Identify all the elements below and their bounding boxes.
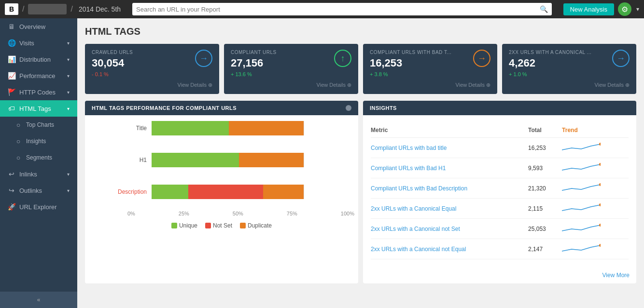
insights-trend bbox=[562, 199, 629, 219]
insights-metric[interactable]: Compliant URLs with bad title bbox=[371, 138, 528, 158]
sidebar-label-visits: Visits bbox=[19, 40, 34, 47]
sidebar-item-html-tags[interactable]: 🏷 HTML Tags ▾ bbox=[0, 100, 77, 117]
trend-sparkline bbox=[562, 242, 601, 254]
stat-card-icon-crawled-urls: → bbox=[195, 50, 212, 67]
sidebar-item-distribution[interactable]: 📊 Distribution ▾ bbox=[0, 51, 77, 67]
insights-metric[interactable]: 2xx URLs with a Canonical Equal bbox=[371, 199, 528, 219]
stat-card-crawled-urls: CRAWLED URLS 30,054 - 0.1 % → View Detai… bbox=[85, 44, 219, 94]
insights-row: Compliant URLs with Bad Description21,32… bbox=[371, 178, 629, 199]
sidebar-label-url-explorer: URL Explorer bbox=[19, 203, 57, 211]
sidebar-item-http-codes[interactable]: 🚩 HTTP Codes ▾ bbox=[0, 84, 77, 100]
sidebar-item-performance[interactable]: 📈 Performance ▾ bbox=[0, 67, 77, 84]
chart-panel-dot[interactable] bbox=[346, 105, 351, 111]
insights-panel-body: MetricTotalTrend Compliant URLs with bad… bbox=[363, 115, 636, 267]
svg-point-0 bbox=[599, 143, 601, 146]
gear-icon[interactable]: ⚙ bbox=[618, 2, 631, 16]
stat-card-view-crawled-urls[interactable]: View Details ⊕ bbox=[92, 82, 212, 88]
insights-metric[interactable]: 2xx URLs with a Canonical not Set bbox=[371, 219, 528, 239]
sidebar-label-overview: Overview bbox=[19, 23, 45, 30]
distribution-icon: 📊 bbox=[8, 55, 15, 63]
search-input[interactable] bbox=[136, 6, 540, 13]
header-search-bar[interactable]: 🔍 bbox=[132, 3, 552, 15]
legend-item-unique: Unique bbox=[171, 222, 197, 229]
stat-card-change-2xx-canonical: + 1.0 % bbox=[509, 71, 630, 77]
header-date: 2014 Dec. 5th bbox=[79, 5, 121, 13]
insights-total: 9,593 bbox=[528, 158, 562, 178]
chart-segment-orange bbox=[263, 185, 304, 199]
trend-sparkline bbox=[562, 182, 601, 193]
header-project[interactable] bbox=[28, 4, 67, 14]
trend-sparkline bbox=[562, 222, 601, 234]
insights-total: 16,253 bbox=[528, 138, 562, 158]
legend-item-not-set: Not Set bbox=[205, 222, 232, 229]
chart-panel-title: HTML TAGS PERFORMANCE FOR COMPLIANT URLS bbox=[92, 105, 237, 111]
sidebar-item-inlinks[interactable]: ↩ Inlinks ▾ bbox=[0, 166, 77, 182]
chart-segment-green bbox=[152, 153, 239, 167]
insights-metric[interactable]: Compliant URLs with Bad Description bbox=[371, 178, 528, 199]
stat-cards: CRAWLED URLS 30,054 - 0.1 % → View Detai… bbox=[85, 44, 636, 94]
sidebar-collapse-button[interactable]: « bbox=[0, 292, 77, 308]
axis-label: 100% bbox=[341, 211, 354, 216]
svg-point-3 bbox=[599, 203, 601, 206]
chart-segment-orange bbox=[239, 153, 304, 167]
chart-label-h1: H1 bbox=[118, 157, 152, 163]
insights-col-total: Total bbox=[528, 123, 562, 138]
stat-card-2xx-canonical: 2XX URLS WITH A CANONICAL ... 4,262 + 1.… bbox=[502, 44, 636, 94]
insights-row: 2xx URLs with a Canonical not Equal2,147 bbox=[371, 239, 629, 259]
inlinks-icon: ↩ bbox=[8, 170, 15, 178]
chart-row-description: Description bbox=[118, 185, 354, 199]
insights-row: 2xx URLs with a Canonical not Set25,053 bbox=[371, 219, 629, 239]
stat-card-view-2xx-canonical[interactable]: View Details ⊕ bbox=[509, 82, 630, 88]
search-icon[interactable]: 🔍 bbox=[540, 5, 548, 13]
sidebar-item-overview[interactable]: 🖥 Overview bbox=[0, 18, 77, 35]
arrow-icon: ▾ bbox=[67, 73, 70, 79]
insights-metric[interactable]: 2xx URLs with a Canonical not Equal bbox=[371, 239, 528, 259]
header-dropdown-icon[interactable]: ▾ bbox=[636, 6, 639, 13]
chart-row-h1: H1 bbox=[118, 153, 354, 167]
svg-point-5 bbox=[599, 244, 601, 247]
stat-card-value-crawled-urls: 30,054 bbox=[92, 57, 212, 69]
legend-label: Not Set bbox=[213, 222, 232, 229]
sidebar: 🖥 Overview 🌐 Visits ▾📊 Distribution ▾📈 P… bbox=[0, 18, 77, 308]
chart-axis: 0%25%50%75%100% bbox=[127, 211, 354, 216]
sidebar-item-visits[interactable]: 🌐 Visits ▾ bbox=[0, 35, 77, 51]
insights-trend bbox=[562, 158, 629, 178]
sidebar-label-performance: Performance bbox=[19, 72, 55, 80]
header-sep1: / bbox=[22, 5, 24, 13]
outlinks-icon: ↪ bbox=[8, 187, 15, 194]
stat-card-view-compliant-bad[interactable]: View Details ⊕ bbox=[370, 82, 490, 88]
insights-row: 2xx URLs with a Canonical Equal2,115 bbox=[371, 199, 629, 219]
sidebar-item-url-explorer[interactable]: 🚀 URL Explorer bbox=[0, 199, 77, 215]
url-explorer-icon: 🚀 bbox=[8, 203, 15, 211]
new-analysis-button[interactable]: New Analysis bbox=[563, 3, 614, 15]
main-content: HTML TAGS CRAWLED URLS 30,054 - 0.1 % → … bbox=[77, 18, 644, 308]
chart-track-title bbox=[152, 121, 354, 135]
axis-label: 25% bbox=[179, 211, 189, 216]
page-title: HTML TAGS bbox=[85, 26, 636, 37]
visits-icon: 🌐 bbox=[8, 39, 15, 47]
stat-card-view-compliant-urls[interactable]: View Details ⊕ bbox=[231, 82, 351, 88]
sidebar-item-top-charts[interactable]: ○ Top Charts bbox=[0, 117, 77, 133]
sidebar-item-segments[interactable]: ○ Segments bbox=[0, 149, 77, 166]
arrow-icon: ▾ bbox=[67, 40, 70, 46]
arrow-icon: ▾ bbox=[67, 57, 70, 62]
sidebar-label-insights: Insights bbox=[26, 138, 46, 145]
top-charts-icon: ○ bbox=[14, 121, 22, 129]
stat-card-label-compliant-urls: COMPLIANT URLS bbox=[231, 50, 351, 55]
http-codes-icon: 🚩 bbox=[8, 88, 15, 96]
insights-col-metric: Metric bbox=[371, 123, 528, 138]
svg-point-4 bbox=[599, 224, 601, 227]
sidebar-label-html-tags: HTML Tags bbox=[19, 105, 51, 112]
chart-bars: TitleH1Description bbox=[118, 121, 354, 207]
view-more-button[interactable]: View More bbox=[363, 267, 636, 283]
sidebar-item-insights[interactable]: ○ Insights bbox=[0, 133, 77, 149]
insights-metric[interactable]: Compliant URLs with Bad H1 bbox=[371, 158, 528, 178]
arrow-icon: ▾ bbox=[67, 90, 70, 95]
chart-segment-orange bbox=[229, 121, 304, 135]
sidebar-item-outlinks[interactable]: ↪ Outlinks ▾ bbox=[0, 182, 77, 199]
stat-card-change-compliant-bad: + 3.8 % bbox=[370, 71, 490, 77]
insights-row: Compliant URLs with Bad H19,593 bbox=[371, 158, 629, 178]
header: B / / 2014 Dec. 5th 🔍 New Analysis ⚙ ▾ bbox=[0, 0, 644, 18]
axis-label: 50% bbox=[233, 211, 243, 216]
html-tags-icon: 🏷 bbox=[8, 105, 15, 112]
